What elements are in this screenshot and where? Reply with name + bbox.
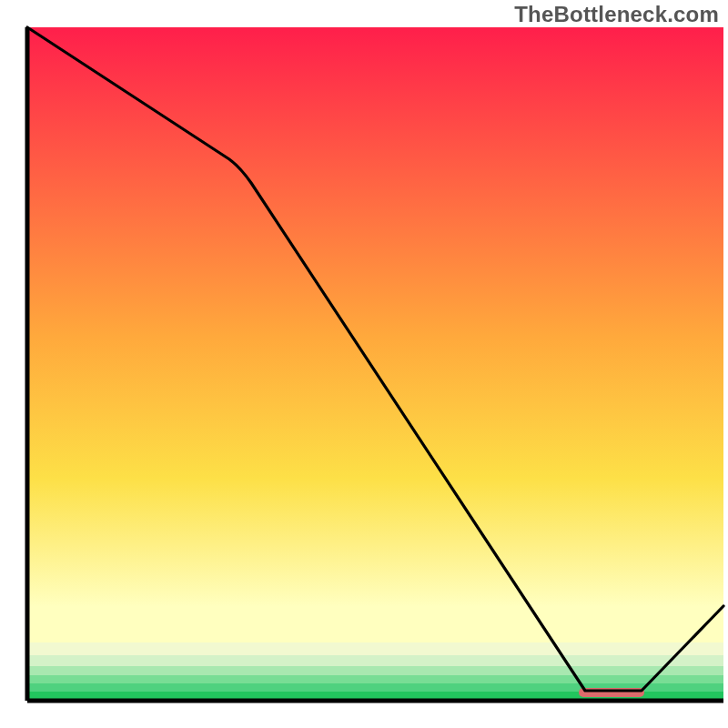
gradient-background [27,27,723,701]
band-light-green-2 [27,666,723,675]
chart-stage: TheBottleneck.com [0,0,728,728]
band-cream [27,642,723,655]
plot-area [27,27,723,701]
band-pale-yellow [27,606,723,642]
bottleneck-chart [0,0,728,728]
band-light-green-1 [27,655,723,666]
band-green-1 [27,675,723,683]
watermark-text: TheBottleneck.com [514,2,719,27]
